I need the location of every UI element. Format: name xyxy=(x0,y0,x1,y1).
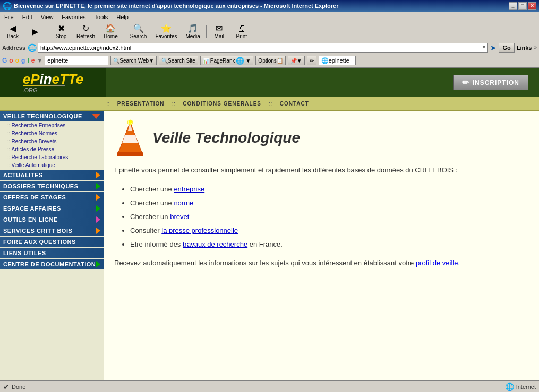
nav-sep-1: :: xyxy=(106,100,110,108)
forward-button[interactable]: ▶ xyxy=(24,24,46,40)
list-link-travaux[interactable]: travaux de recherche xyxy=(183,240,247,248)
arrow-outils-icon xyxy=(96,216,100,223)
list-text-2: Chercher une xyxy=(130,199,174,207)
list-text-1: Chercher une xyxy=(130,185,174,193)
minimize-button[interactable]: _ xyxy=(509,2,517,10)
sidebar-dossiers[interactable]: DOSSIERS TECHNIQUES xyxy=(0,181,104,191)
search-web-button[interactable]: 🔍 Search Web ▼ xyxy=(110,56,157,65)
content-outro-text: Recevez automatiquement les informations… xyxy=(114,259,416,267)
content-outro-link[interactable]: profil de veille. xyxy=(416,259,460,267)
menu-view[interactable]: View xyxy=(39,13,56,21)
main-layout: VEILLE TECHNOLOGIQUE Recherche Entrepris… xyxy=(0,111,539,380)
address-bar: Address 🌐 http://www.epinette.org/index2… xyxy=(0,41,539,54)
print-icon: 🖨 xyxy=(237,24,246,33)
search-web-dropdown[interactable]: ▼ xyxy=(149,58,154,64)
refresh-button[interactable]: ↻ Refresh xyxy=(73,24,99,40)
list-link-norme[interactable]: norme xyxy=(174,199,193,207)
nav-presentation[interactable]: PRESENTATION xyxy=(110,101,172,107)
sidebar-veille-header[interactable]: VEILLE TECHNOLOGIQUE xyxy=(0,111,104,121)
list-link-entreprise[interactable]: entreprise xyxy=(174,185,204,193)
close-button[interactable]: ✕ xyxy=(528,2,536,10)
search-web-icon: 🔍 xyxy=(113,58,119,64)
search-site-button[interactable]: 🔍 Search Site xyxy=(159,56,198,65)
sidebar-sub-recherche-entreprises[interactable]: Recherche Entreprises xyxy=(0,121,104,129)
pagerank-globe-icon: 🌐 xyxy=(236,57,244,65)
search-button[interactable]: 🔍 Search xyxy=(126,24,151,40)
list-link-presse[interactable]: la presse professionnelle xyxy=(161,227,238,234)
sidebar-sub-veille-automatique[interactable]: Veille Automatique xyxy=(0,161,104,169)
options-label: Options xyxy=(258,58,276,64)
mail-button[interactable]: ✉ Mail xyxy=(209,24,230,40)
favorites-button[interactable]: ⭐ Favorites xyxy=(151,24,181,40)
pencil-button[interactable]: ✏ xyxy=(307,56,316,65)
bookmark-button[interactable]: 📌 ▼ xyxy=(288,56,305,65)
sidebar-outils-label: OUTILS EN LIGNE xyxy=(3,216,58,223)
pagerank-dropdown[interactable]: ▼ xyxy=(245,58,251,64)
go-arrow-icon[interactable]: ➤ xyxy=(490,43,497,52)
sidebar-foire[interactable]: FOIRE AUX QUESTIONS xyxy=(0,237,104,247)
nav-bar: :: PRESENTATION :: CONDITIONS GENERALES … xyxy=(0,97,539,111)
sidebar-sub-recherche-normes[interactable]: Recherche Normes xyxy=(0,129,104,137)
menu-edit[interactable]: Edit xyxy=(20,13,35,21)
maximize-button[interactable]: □ xyxy=(518,2,527,10)
list-text-4: Consulter xyxy=(130,227,161,234)
sidebar-sub-articles-presse[interactable]: Articles de Presse xyxy=(0,145,104,153)
address-dropdown-icon[interactable]: ▼ xyxy=(482,44,487,50)
sidebar-sub-recherche-laboratoires[interactable]: Recherche Laboratoires xyxy=(0,153,104,161)
sidebar-veille-arrow xyxy=(92,114,100,119)
sidebar-centre-label: CENTRE DE DOCUMENTATION xyxy=(3,261,96,267)
home-button[interactable]: 🏠 Home xyxy=(100,24,122,40)
menu-file[interactable]: File xyxy=(2,13,16,21)
inscription-button[interactable]: ✏ INSCRIPTION xyxy=(453,75,528,90)
window-title: Bienvenue sur EPINETTE, le premier site … xyxy=(14,3,338,9)
links-chevron-icon[interactable]: » xyxy=(534,45,537,50)
menu-tools[interactable]: Tools xyxy=(92,13,110,21)
page-title: Veille Technologique xyxy=(152,129,300,146)
media-button[interactable]: 🎵 Media xyxy=(182,24,204,40)
back-button[interactable]: ◀ Back xyxy=(2,24,23,40)
address-input[interactable]: http://www.epinette.org/index2.html ▼ xyxy=(38,43,488,53)
menu-help[interactable]: Help xyxy=(114,13,131,21)
svg-rect-3 xyxy=(117,152,143,156)
sidebar-sub-recherche-brevets[interactable]: Recherche Brevets xyxy=(0,137,104,145)
list-item-norme: Chercher une norme xyxy=(130,196,528,210)
sidebar-outils[interactable]: OUTILS EN LIGNE xyxy=(0,214,104,225)
ie-icon: 🌐 xyxy=(3,2,12,10)
go-button[interactable]: Go xyxy=(499,43,514,53)
list-link-brevet[interactable]: brevet xyxy=(170,213,189,221)
sidebar-centre[interactable]: CENTRE DE DOCUMENTATION xyxy=(0,259,104,269)
svg-marker-1 xyxy=(122,135,138,143)
menu-favorites[interactable]: Favorites xyxy=(59,13,88,21)
arrow-offres-icon xyxy=(96,194,100,201)
sidebar-actualites[interactable]: ACTUALITES xyxy=(0,170,104,180)
nav-contact[interactable]: CONTACT xyxy=(272,101,316,107)
menu-bar: File Edit View Favorites Tools Help xyxy=(0,12,539,22)
site-header: ePineTTe .ORG ✏ INSCRIPTION xyxy=(0,68,539,97)
epinette-logo: ePineTTe xyxy=(23,72,84,86)
bookmark-dropdown[interactable]: ▼ xyxy=(297,58,302,64)
svg-line-7 xyxy=(132,120,133,121)
sidebar-offres[interactable]: OFFRES DE STAGES xyxy=(0,192,104,203)
toolbar-separator-1 xyxy=(48,25,48,38)
nav-conditions[interactable]: CONDITIONS GENERALES xyxy=(175,101,269,107)
sidebar-actualites-label: ACTUALITES xyxy=(3,172,43,178)
sidebar-liens[interactable]: LIENS UTILES xyxy=(0,248,104,258)
google-dropdown-arrow[interactable]: ▼ xyxy=(37,57,42,64)
arrow-centre-icon xyxy=(96,261,100,267)
down-arrow-icon xyxy=(92,114,100,119)
site-logo-area[interactable]: ePineTTe .ORG xyxy=(0,68,106,97)
sidebar-services[interactable]: SERVICES CRITT BOIS xyxy=(0,225,104,236)
links-label[interactable]: Links xyxy=(517,45,532,51)
print-button[interactable]: 🖨 Print xyxy=(231,24,252,40)
list-item-entreprise: Chercher une entreprise xyxy=(130,182,528,196)
mail-icon: ✉ xyxy=(216,24,223,33)
arrow-actualites-icon xyxy=(96,172,100,178)
address-globe-icon: 🌐 xyxy=(28,43,37,52)
google-search-input[interactable] xyxy=(45,56,108,65)
stop-button[interactable]: ✖ Stop xyxy=(50,24,72,40)
sidebar-foire-label: FOIRE AUX QUESTIONS xyxy=(3,239,76,245)
sidebar-espace[interactable]: ESPACE AFFAIRES xyxy=(0,203,104,214)
inscription-icon: ✏ xyxy=(462,77,469,88)
options-button[interactable]: Options 📋 xyxy=(255,56,285,65)
title-bar-controls: _ □ ✕ xyxy=(509,2,536,10)
